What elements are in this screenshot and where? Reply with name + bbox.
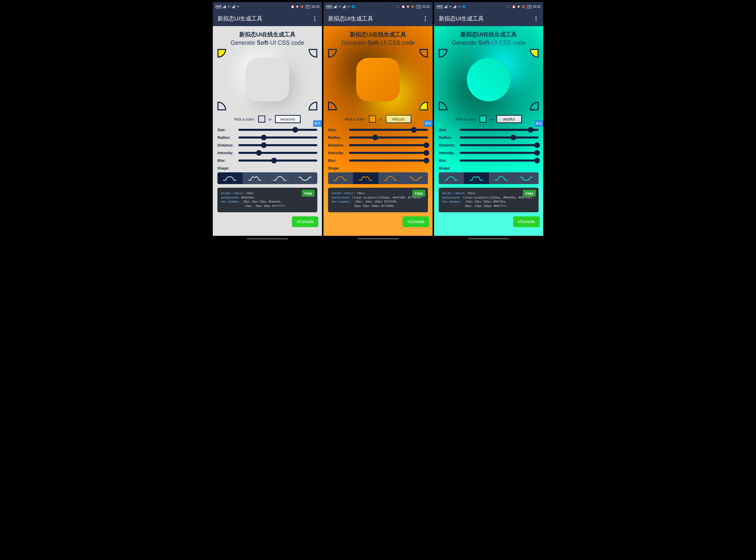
nav-pill[interactable] xyxy=(247,238,288,239)
battery-icon: 78 xyxy=(527,5,531,8)
slider-size-thumb[interactable] xyxy=(528,127,534,133)
hex-input[interactable] xyxy=(275,115,301,123)
slider-blur: Blur: xyxy=(217,159,317,163)
slider-blur-thumb[interactable] xyxy=(534,158,540,163)
color-swatch[interactable] xyxy=(479,116,486,123)
slider-intensity: Intensity: xyxy=(217,151,317,155)
slider-distance-track[interactable] xyxy=(460,144,539,146)
slider-blur-label: Blur: xyxy=(217,159,236,163)
phone-variant-1: HD2 2G 4G ⏰ ✱ 🔕 87 00:19 新拟态UI生成工具 新拟态UI… xyxy=(213,2,322,241)
status-bar: HD2 2G 4G 🌐 🎧 ⏰ ✱ 🔕 78 01:01 xyxy=(434,2,543,11)
slider-size-thumb[interactable] xyxy=(293,127,298,133)
light-corner-bl[interactable] xyxy=(439,102,447,111)
vconsole-button[interactable]: vConsole xyxy=(403,216,429,227)
signal-1-icon xyxy=(334,5,337,8)
slider-blur-track[interactable] xyxy=(460,160,539,162)
slider-radius-track[interactable] xyxy=(460,137,539,139)
status-left: HD2 2G 4G 🌐 xyxy=(326,5,355,8)
signal-2-icon xyxy=(343,5,345,8)
slider-size-track[interactable] xyxy=(238,129,317,131)
shape-concave-button[interactable] xyxy=(242,172,267,184)
slider-blur-track[interactable] xyxy=(238,160,317,162)
content-area: 新拟态UI在线生成工具 Generate Soft-UI CSS code Pi… xyxy=(213,26,322,236)
copy-button[interactable]: Copy xyxy=(302,190,315,197)
slider-distance-track[interactable] xyxy=(349,144,428,146)
light-corner-br[interactable] xyxy=(419,102,428,111)
slider-intensity-thumb[interactable] xyxy=(423,150,429,156)
slider-intensity-thumb[interactable] xyxy=(256,150,262,156)
slider-size-thumb[interactable] xyxy=(411,127,417,133)
light-corner-br[interactable] xyxy=(309,102,317,111)
slider-radius-thumb[interactable] xyxy=(511,135,516,140)
slider-intensity-thumb[interactable] xyxy=(534,150,540,156)
phone-variant-3: HD2 2G 4G 🌐 🎧 ⏰ ✱ 🔕 78 01:01 新拟态UI生成工具 新… xyxy=(434,2,543,241)
slider-distance-track[interactable] xyxy=(238,144,317,146)
shape-concave-button[interactable] xyxy=(464,172,489,184)
status-right: 🎧 ⏰ ✱ 🔕 78 01:01 xyxy=(396,5,430,8)
light-corner-br[interactable] xyxy=(530,102,539,111)
light-corner-tl[interactable] xyxy=(217,49,226,58)
light-corner-tl[interactable] xyxy=(328,49,337,58)
headphones-icon: 🎧 xyxy=(396,5,400,8)
nav-pill[interactable] xyxy=(468,238,509,239)
color-row: Pick a color: or xyxy=(217,115,317,123)
battery-icon: 87 xyxy=(305,5,310,8)
light-corner-tr[interactable] xyxy=(309,49,317,58)
hex-input[interactable] xyxy=(496,115,522,123)
slider-intensity-track[interactable] xyxy=(238,152,317,154)
slider-size-track[interactable] xyxy=(349,129,428,131)
hex-input[interactable] xyxy=(386,115,411,123)
overflow-menu-button[interactable] xyxy=(534,16,539,22)
light-corner-bl[interactable] xyxy=(328,102,337,111)
overflow-menu-button[interactable] xyxy=(312,16,317,22)
slider-radius-track[interactable] xyxy=(349,137,428,139)
shape-label: Shape: xyxy=(439,166,539,170)
light-corner-bl[interactable] xyxy=(217,102,226,111)
vconsole-button[interactable]: vConsole xyxy=(513,216,540,227)
shape-pressed-button[interactable] xyxy=(403,172,428,184)
shape-pressed-button[interactable] xyxy=(293,172,317,184)
debug-button[interactable]: 调试 xyxy=(313,120,322,127)
slider-size-track[interactable] xyxy=(460,129,539,131)
shape-convex-button[interactable] xyxy=(489,172,514,184)
slider-blur-thumb[interactable] xyxy=(271,158,277,163)
shape-convex-button[interactable] xyxy=(267,172,293,184)
android-nav-bar xyxy=(213,236,322,241)
copy-button[interactable]: Copy xyxy=(523,190,536,197)
light-corner-tr[interactable] xyxy=(530,49,539,58)
shape-flat-button[interactable] xyxy=(217,172,242,184)
shape-pressed-button[interactable] xyxy=(514,172,539,184)
slider-radius-thumb[interactable] xyxy=(372,135,378,140)
slider-radius-label: Radius: xyxy=(217,136,236,140)
slider-distance-thumb[interactable] xyxy=(423,142,429,148)
nav-pill[interactable] xyxy=(358,238,398,239)
slider-distance-thumb[interactable] xyxy=(534,142,540,148)
overflow-menu-button[interactable] xyxy=(423,16,428,22)
copy-button[interactable]: Copy xyxy=(412,190,425,197)
slider-blur-thumb[interactable] xyxy=(423,158,429,163)
color-swatch[interactable] xyxy=(369,116,376,123)
color-swatch[interactable] xyxy=(258,116,265,123)
preview-zone xyxy=(217,49,317,111)
status-left: HD2 2G 4G xyxy=(215,5,239,8)
debug-button[interactable]: 调试 xyxy=(424,120,433,127)
shape-flat-button[interactable] xyxy=(328,172,353,184)
light-corner-tr[interactable] xyxy=(419,49,428,58)
vconsole-button[interactable]: vConsole xyxy=(292,216,318,227)
slider-blur: Blur: xyxy=(439,159,539,163)
shape-convex-button[interactable] xyxy=(378,172,403,184)
shape-concave-button[interactable] xyxy=(353,172,378,184)
slider-blur-track[interactable] xyxy=(349,160,428,162)
slider-radius-thumb[interactable] xyxy=(261,135,266,140)
slider-size-label: Size: xyxy=(328,128,347,132)
slider-intensity-track[interactable] xyxy=(349,152,428,154)
shape-flat-button[interactable] xyxy=(439,172,464,184)
slider-distance-thumb[interactable] xyxy=(261,142,266,148)
page-subtitle: Generate Soft-UI CSS code xyxy=(328,39,428,46)
slider-radius-track[interactable] xyxy=(238,137,317,139)
slider-intensity-track[interactable] xyxy=(460,152,539,154)
app-bar: 新拟态UI生成工具 xyxy=(323,11,433,26)
slider-blur-label: Blur: xyxy=(328,159,347,163)
light-corner-tl[interactable] xyxy=(439,49,447,58)
debug-button[interactable]: 调试 xyxy=(535,120,543,127)
